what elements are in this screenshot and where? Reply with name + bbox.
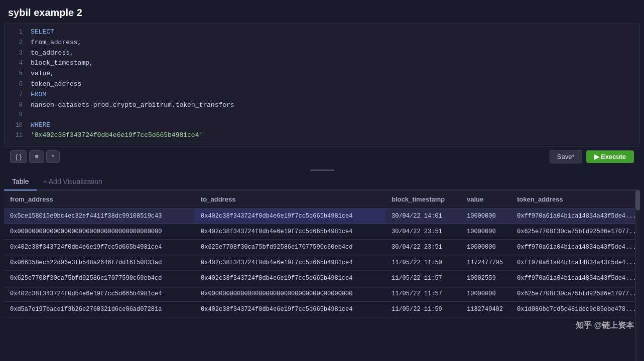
cell-token-address: 0xff970a61a04b1ca14834a43f5de4...: [511, 240, 640, 255]
col-value: value: [461, 191, 511, 209]
line-number: 8: [9, 101, 23, 110]
cell-value: 1182749402: [461, 302, 511, 317]
cell-value: 10000000: [461, 224, 511, 240]
tab-table[interactable]: Table: [4, 173, 37, 191]
cell-from-address: 0x402c38f343724f0db4e6e19f7cc5d665b4981c…: [4, 240, 195, 255]
cell-block-timestamp: 11/05/22 11:59: [385, 302, 461, 317]
code-line: 4 block_timestamp,: [5, 58, 639, 69]
page-title: sybil example 2: [0, 0, 644, 24]
code-line: 8 nansen-datasets-prod.crypto_arbitrum.t…: [5, 100, 639, 111]
cell-token-address: 0x625e7708f30ca75bfd92586e17077...: [511, 286, 640, 302]
code-line: 11 '0x402c38f343724f0db4e6e19f7cc5d665b4…: [5, 130, 639, 141]
code-line: 2 from_address,: [5, 38, 639, 48]
code-line: 10WHERE: [5, 120, 639, 131]
json-format-button[interactable]: { }: [10, 150, 27, 163]
code-content: '0x402c38f343724f0db4e6e19f7cc5d665b4981…: [31, 130, 203, 141]
code-content: block_timestamp,: [31, 58, 93, 69]
cell-to-address: 0x402c38f343724f0db4e6e19f7cc5d665b4981c…: [195, 209, 385, 224]
cell-value: 10002559: [461, 271, 511, 286]
code-content: nansen-datasets-prod.crypto_arbitrum.tok…: [31, 100, 234, 111]
line-number: 2: [9, 38, 23, 48]
table-header-row: from_address to_address block_timestamp …: [4, 191, 640, 209]
table-row[interactable]: 0x402c38f343724f0db4e6e19f7cc5d665b4981c…: [4, 240, 640, 255]
col-token-address: token_address: [511, 191, 640, 209]
table-row[interactable]: 0x00000000000000000000000000000000000000…: [4, 224, 640, 240]
save-button[interactable]: Save*: [550, 150, 582, 163]
col-block-timestamp: block_timestamp: [385, 191, 461, 209]
cell-from-address: 0x00000000000000000000000000000000000000…: [4, 224, 195, 240]
cell-block-timestamp: 11/05/22 11:50: [385, 255, 461, 271]
line-number: 6: [9, 80, 23, 89]
tab-add-visualization[interactable]: + Add Visualization: [37, 173, 108, 190]
code-content: value,: [31, 69, 54, 79]
table-row[interactable]: 0x5ce158015e9bc4ec32ef4411f38dc99108519c…: [4, 209, 640, 224]
cell-token-address: 0x625e7708f30ca75bfd92586e17077...: [511, 224, 640, 240]
list-format-button[interactable]: ≡: [29, 150, 44, 163]
cell-from-address: 0x402c38f343724f0db4e6e19f7cc5d665b4981c…: [4, 286, 195, 302]
table-container: from_address to_address block_timestamp …: [4, 191, 640, 361]
cell-to-address: 0x402c38f343724f0db4e6e19f7cc5d665b4981c…: [195, 255, 385, 271]
code-content: FROM: [31, 90, 46, 100]
line-number: 5: [9, 69, 23, 79]
code-line: 3 to_address,: [5, 48, 639, 59]
code-line: 9: [5, 110, 639, 120]
cell-value: 1172477795: [461, 255, 511, 271]
cell-block-timestamp: 11/05/22 11:57: [385, 271, 461, 286]
col-to-address: to_address: [195, 191, 385, 209]
table-row[interactable]: 0x066358ec522d96e3fb548a2646f7dd16f50833…: [4, 255, 640, 271]
line-number: 4: [9, 59, 23, 68]
toolbar: { } ≡ * Save* ▶ Execute: [4, 146, 640, 166]
cell-from-address: 0x066358ec522d96e3fb548a2646f7dd16f50833…: [4, 255, 195, 271]
cell-from-address: 0x625e7708f30ca75bfd92586e17077590c60eb4…: [4, 271, 195, 286]
divider[interactable]: [0, 168, 644, 171]
cell-to-address: 0x402c38f343724f0db4e6e19f7cc5d665b4981c…: [195, 271, 385, 286]
code-line: 5 value,: [5, 69, 639, 79]
table-row[interactable]: 0x402c38f343724f0db4e6e19f7cc5d665b4981c…: [4, 286, 640, 302]
cell-to-address: 0x00000000000000000000000000000000000000…: [195, 286, 385, 302]
vertical-scrollbar[interactable]: [635, 191, 640, 361]
cell-block-timestamp: 30/04/22 23:51: [385, 240, 461, 255]
cell-token-address: 0xff970a61a04b1ca14834a43f5de4...: [511, 271, 640, 286]
code-content: to_address,: [31, 48, 74, 59]
cell-from-address: 0x5ce158015e9bc4ec32ef4411f38dc99108519c…: [4, 209, 195, 224]
cell-block-timestamp: 30/04/22 23:51: [385, 224, 461, 240]
cell-to-address: 0x625e7708f30ca75bfd92586e17077590c60eb4…: [195, 240, 385, 255]
code-content: token_address: [31, 79, 81, 90]
code-line: 7FROM: [5, 90, 639, 100]
table-row[interactable]: 0xd5a7e197bace1f3b26e2760321d6ce06ad0728…: [4, 302, 640, 317]
code-editor: 1SELECT2 from_address,3 to_address,4 blo…: [4, 24, 640, 144]
cell-value: 10000000: [461, 240, 511, 255]
tabs-row: Table + Add Visualization: [4, 173, 640, 191]
code-line: 1SELECT: [5, 27, 639, 38]
cell-block-timestamp: 11/05/22 11:57: [385, 286, 461, 302]
cell-from-address: 0xd5a7e197bace1f3b26e2760321d6ce06ad0728…: [4, 302, 195, 317]
code-line: 6 token_address: [5, 79, 639, 90]
cell-value: 10000000: [461, 286, 511, 302]
results-area: Table + Add Visualization from_address t…: [0, 173, 644, 361]
cell-to-address: 0x402c38f343724f0db4e6e19f7cc5d665b4981c…: [195, 224, 385, 240]
cell-to-address: 0x402c38f343724f0db4e6e19f7cc5d665b4981c…: [195, 302, 385, 317]
data-table: from_address to_address block_timestamp …: [4, 191, 640, 317]
col-from-address: from_address: [4, 191, 195, 209]
code-content: WHERE: [31, 120, 50, 131]
line-number: 10: [9, 121, 23, 130]
cell-block-timestamp: 30/04/22 14:01: [385, 209, 461, 224]
code-content: from_address,: [31, 38, 81, 48]
code-content: SELECT: [31, 27, 54, 38]
line-number: 9: [9, 110, 23, 120]
star-button[interactable]: *: [46, 150, 60, 163]
line-number: 1: [9, 28, 23, 37]
line-number: 3: [9, 49, 23, 58]
line-number: 7: [9, 90, 23, 100]
cell-token-address: 0xff970a61a04b1ca14834a43f5de4...: [511, 209, 640, 224]
cell-token-address: 0xff970a61a04b1ca14834a43f5de4...: [511, 255, 640, 271]
cell-token-address: 0x1d086bc7cd5c481dcc9c85ebe478...: [511, 302, 640, 317]
execute-button[interactable]: ▶ Execute: [586, 150, 634, 163]
table-row[interactable]: 0x625e7708f30ca75bfd92586e17077590c60eb4…: [4, 271, 640, 286]
cell-value: 10000000: [461, 209, 511, 224]
line-number: 11: [9, 131, 23, 140]
